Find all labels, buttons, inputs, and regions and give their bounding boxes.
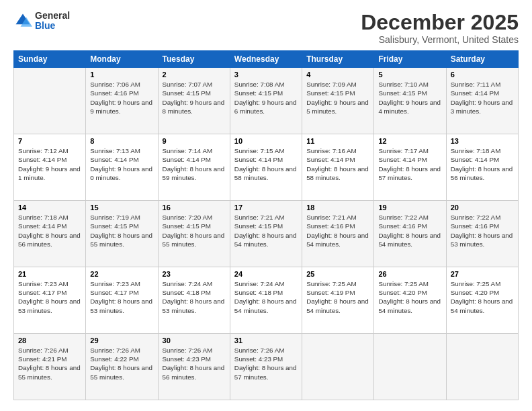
day-cell: 21Sunrise: 7:23 AMSunset: 4:17 PMDayligh… (14, 267, 86, 334)
week-row-2: 14Sunrise: 7:18 AMSunset: 4:14 PMDayligh… (14, 201, 519, 267)
day-cell: 23Sunrise: 7:24 AMSunset: 4:18 PMDayligh… (158, 267, 230, 334)
logo-blue-text: Blue (35, 21, 70, 31)
week-row-4: 28Sunrise: 7:26 AMSunset: 4:21 PMDayligh… (14, 334, 519, 400)
date-number: 3 (234, 71, 298, 79)
col-friday: Friday (374, 51, 446, 68)
cell-info: Sunrise: 7:22 AMSunset: 4:16 PMDaylight:… (378, 213, 441, 248)
cell-info: Sunrise: 7:25 AMSunset: 4:19 PMDaylight:… (306, 279, 369, 315)
date-number: 23 (163, 270, 226, 278)
day-cell: 19Sunrise: 7:22 AMSunset: 4:16 PMDayligh… (374, 201, 446, 267)
cell-info: Sunrise: 7:23 AMSunset: 4:17 PMDaylight:… (18, 279, 81, 315)
day-cell: 9Sunrise: 7:14 AMSunset: 4:14 PMDaylight… (158, 134, 230, 201)
day-cell: 4Sunrise: 7:09 AMSunset: 4:15 PMDaylight… (302, 68, 374, 134)
day-cell: 7Sunrise: 7:12 AMSunset: 4:14 PMDaylight… (14, 134, 86, 201)
header-row: Sunday Monday Tuesday Wednesday Thursday… (14, 51, 519, 68)
cell-info: Sunrise: 7:17 AMSunset: 4:14 PMDaylight:… (378, 146, 441, 182)
day-cell: 15Sunrise: 7:19 AMSunset: 4:15 PMDayligh… (86, 201, 158, 267)
logo-text: General Blue (35, 11, 70, 32)
day-cell: 16Sunrise: 7:20 AMSunset: 4:15 PMDayligh… (158, 201, 230, 267)
day-cell (446, 334, 518, 400)
cell-info: Sunrise: 7:06 AMSunset: 4:16 PMDaylight:… (90, 80, 153, 116)
date-number: 8 (90, 137, 153, 145)
date-number: 20 (451, 203, 514, 212)
cell-info: Sunrise: 7:13 AMSunset: 4:14 PMDaylight:… (90, 146, 153, 182)
day-cell: 12Sunrise: 7:17 AMSunset: 4:14 PMDayligh… (374, 134, 446, 201)
cell-info: Sunrise: 7:14 AMSunset: 4:14 PMDaylight:… (163, 146, 226, 182)
cell-info: Sunrise: 7:12 AMSunset: 4:14 PMDaylight:… (18, 146, 81, 182)
day-cell: 20Sunrise: 7:22 AMSunset: 4:16 PMDayligh… (446, 201, 518, 267)
week-row-1: 7Sunrise: 7:12 AMSunset: 4:14 PMDaylight… (14, 134, 519, 201)
cell-info: Sunrise: 7:09 AMSunset: 4:15 PMDaylight:… (306, 80, 369, 116)
cell-info: Sunrise: 7:07 AMSunset: 4:15 PMDaylight:… (163, 80, 226, 116)
cell-info: Sunrise: 7:10 AMSunset: 4:15 PMDaylight:… (378, 80, 441, 116)
cell-info: Sunrise: 7:21 AMSunset: 4:16 PMDaylight:… (306, 213, 369, 248)
date-number: 7 (18, 137, 81, 145)
col-wednesday: Wednesday (230, 51, 302, 68)
day-cell: 6Sunrise: 7:11 AMSunset: 4:14 PMDaylight… (446, 68, 518, 134)
date-number: 28 (18, 336, 81, 345)
day-cell: 1Sunrise: 7:06 AMSunset: 4:16 PMDaylight… (86, 68, 158, 134)
date-number: 9 (163, 137, 226, 145)
week-row-0: 1Sunrise: 7:06 AMSunset: 4:16 PMDaylight… (14, 68, 519, 134)
date-number: 12 (378, 137, 441, 145)
cell-info: Sunrise: 7:18 AMSunset: 4:14 PMDaylight:… (451, 146, 514, 182)
title-block: December 2025 Salisbury, Vermont, United… (361, 11, 519, 45)
day-cell: 18Sunrise: 7:21 AMSunset: 4:16 PMDayligh… (302, 201, 374, 267)
date-number: 2 (163, 71, 226, 79)
col-monday: Monday (86, 51, 158, 68)
day-cell: 14Sunrise: 7:18 AMSunset: 4:14 PMDayligh… (14, 201, 86, 267)
day-cell: 26Sunrise: 7:25 AMSunset: 4:20 PMDayligh… (374, 267, 446, 334)
date-number: 14 (18, 203, 81, 212)
day-cell: 31Sunrise: 7:26 AMSunset: 4:23 PMDayligh… (230, 334, 302, 400)
date-number: 10 (234, 137, 298, 145)
cell-info: Sunrise: 7:16 AMSunset: 4:14 PMDaylight:… (306, 146, 369, 182)
col-tuesday: Tuesday (158, 51, 230, 68)
cell-info: Sunrise: 7:19 AMSunset: 4:15 PMDaylight:… (90, 213, 153, 248)
day-cell: 10Sunrise: 7:15 AMSunset: 4:14 PMDayligh… (230, 134, 302, 201)
date-number: 24 (234, 270, 298, 278)
date-number: 13 (451, 137, 514, 145)
day-cell (14, 68, 86, 134)
cell-info: Sunrise: 7:26 AMSunset: 4:23 PMDaylight:… (163, 346, 226, 381)
cell-info: Sunrise: 7:25 AMSunset: 4:20 PMDaylight:… (451, 279, 514, 315)
cell-info: Sunrise: 7:15 AMSunset: 4:14 PMDaylight:… (234, 146, 298, 182)
logo-general-text: General (35, 11, 70, 21)
date-number: 22 (90, 270, 153, 278)
day-cell: 11Sunrise: 7:16 AMSunset: 4:14 PMDayligh… (302, 134, 374, 201)
day-cell (302, 334, 374, 400)
cell-info: Sunrise: 7:18 AMSunset: 4:14 PMDaylight:… (18, 213, 81, 248)
calendar-table: Sunday Monday Tuesday Wednesday Thursday… (13, 50, 519, 400)
day-cell: 17Sunrise: 7:21 AMSunset: 4:15 PMDayligh… (230, 201, 302, 267)
col-sunday: Sunday (14, 51, 86, 68)
cell-info: Sunrise: 7:24 AMSunset: 4:18 PMDaylight:… (163, 279, 226, 315)
date-number: 11 (306, 137, 369, 145)
week-row-3: 21Sunrise: 7:23 AMSunset: 4:17 PMDayligh… (14, 267, 519, 334)
cell-info: Sunrise: 7:26 AMSunset: 4:21 PMDaylight:… (18, 346, 81, 381)
day-cell: 8Sunrise: 7:13 AMSunset: 4:14 PMDaylight… (86, 134, 158, 201)
day-cell: 3Sunrise: 7:08 AMSunset: 4:15 PMDaylight… (230, 68, 302, 134)
day-cell: 29Sunrise: 7:26 AMSunset: 4:22 PMDayligh… (86, 334, 158, 400)
date-number: 29 (90, 336, 153, 345)
date-number: 19 (378, 203, 441, 212)
subtitle: Salisbury, Vermont, United States (361, 34, 519, 45)
cell-info: Sunrise: 7:08 AMSunset: 4:15 PMDaylight:… (234, 80, 298, 116)
date-number: 5 (378, 71, 441, 79)
logo: General Blue (13, 11, 70, 32)
cell-info: Sunrise: 7:25 AMSunset: 4:20 PMDaylight:… (378, 279, 441, 315)
cell-info: Sunrise: 7:26 AMSunset: 4:22 PMDaylight:… (90, 346, 153, 381)
cell-info: Sunrise: 7:23 AMSunset: 4:17 PMDaylight:… (90, 279, 153, 315)
date-number: 4 (306, 71, 369, 79)
date-number: 1 (90, 71, 153, 79)
day-cell: 28Sunrise: 7:26 AMSunset: 4:21 PMDayligh… (14, 334, 86, 400)
day-cell: 5Sunrise: 7:10 AMSunset: 4:15 PMDaylight… (374, 68, 446, 134)
date-number: 31 (234, 336, 298, 345)
col-saturday: Saturday (446, 51, 518, 68)
date-number: 16 (163, 203, 226, 212)
date-number: 26 (378, 270, 441, 278)
header: General Blue December 2025 Salisbury, Ve… (13, 11, 519, 45)
day-cell: 22Sunrise: 7:23 AMSunset: 4:17 PMDayligh… (86, 267, 158, 334)
date-number: 6 (451, 71, 514, 79)
date-number: 15 (90, 203, 153, 212)
cell-info: Sunrise: 7:20 AMSunset: 4:15 PMDaylight:… (163, 213, 226, 248)
day-cell: 2Sunrise: 7:07 AMSunset: 4:15 PMDaylight… (158, 68, 230, 134)
